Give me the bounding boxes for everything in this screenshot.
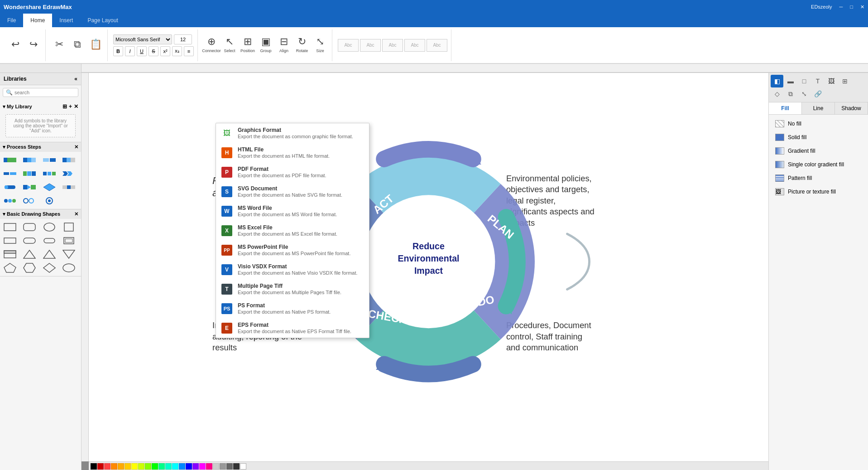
panel-text-icon[interactable]: T — [811, 75, 824, 87]
tab-line[interactable]: Line — [802, 102, 835, 114]
library-grid-icon[interactable]: ⊞ — [62, 103, 67, 110]
canvas-area[interactable]: Review, objective and targets Environmen… — [82, 73, 768, 470]
basic-shape-hexagon[interactable] — [21, 262, 38, 274]
subscript-button[interactable]: x₂ — [172, 46, 182, 56]
panel-image-icon[interactable]: 🖼 — [825, 75, 838, 87]
fill-option-solid[interactable]: Solid fill — [772, 132, 864, 143]
shape-item[interactable] — [21, 167, 38, 180]
shape-item[interactable] — [2, 154, 18, 166]
library-close-icon[interactable]: ✕ — [74, 103, 78, 110]
basic-shape-ellipse[interactable] — [61, 262, 77, 274]
export-word[interactable]: W MS Word File Export the document as MS… — [216, 201, 369, 221]
group-button[interactable]: ▣ Group — [258, 35, 274, 53]
window-maximize[interactable]: □ — [850, 4, 853, 10]
shape-item[interactable] — [2, 194, 18, 207]
shape-item[interactable] — [2, 167, 18, 180]
connector-button[interactable]: ⊕ Connector — [203, 35, 220, 53]
strikethrough-button[interactable]: S — [149, 46, 158, 56]
export-excel[interactable]: X MS Excel File Export the document as M… — [216, 221, 369, 240]
basic-shape-inset[interactable] — [61, 234, 77, 247]
panel-line-icon[interactable]: ▬ — [784, 75, 797, 87]
basic-shape-rect[interactable] — [2, 221, 18, 233]
panel-table-icon[interactable]: ⊞ — [839, 75, 851, 87]
basic-shape-thin-rounded[interactable] — [41, 234, 58, 247]
color-swatch[interactable] — [233, 463, 240, 470]
color-swatch[interactable] — [240, 463, 246, 470]
shape-item[interactable] — [61, 154, 77, 166]
color-swatch[interactable] — [145, 463, 151, 470]
basic-shape-rounded-rect[interactable] — [21, 221, 38, 233]
paste-button[interactable]: 📋 — [87, 35, 104, 53]
undo-button[interactable]: ↩ — [7, 35, 24, 53]
panel-fill-icon[interactable]: ◧ — [771, 75, 783, 87]
export-pdf[interactable]: P PDF Format Export the document as PDF … — [216, 162, 369, 182]
color-swatch[interactable] — [118, 463, 124, 470]
shape-item[interactable] — [41, 181, 58, 194]
process-steps-header[interactable]: ▾ Process Steps ✕ — [0, 142, 81, 152]
panel-shape-icon[interactable]: ◇ — [771, 87, 783, 100]
style-sample-1[interactable]: Abc — [338, 39, 359, 52]
color-swatch[interactable] — [192, 463, 199, 470]
tab-file[interactable]: File — [0, 14, 23, 27]
panel-shadow-icon[interactable]: □ — [798, 75, 810, 87]
color-swatch[interactable] — [104, 463, 110, 470]
basic-drawing-shapes-header[interactable]: ▾ Basic Drawing Shapes ✕ — [0, 209, 81, 219]
search-input[interactable] — [14, 90, 77, 95]
redo-button[interactable]: ↪ — [25, 35, 42, 53]
basic-shape-triangle3[interactable] — [61, 248, 77, 261]
shape-item[interactable] — [61, 167, 77, 180]
library-add-icon[interactable]: + — [69, 103, 72, 110]
color-swatch[interactable] — [138, 463, 144, 470]
superscript-button[interactable]: x² — [160, 46, 170, 56]
shape-item[interactable] — [41, 167, 58, 180]
export-html[interactable]: H HTML File Export the document as HTML … — [216, 143, 369, 162]
italic-button[interactable]: I — [125, 46, 135, 56]
color-swatch[interactable] — [165, 463, 172, 470]
color-swatch[interactable] — [172, 463, 178, 470]
style-sample-5[interactable]: Abc — [427, 39, 447, 52]
basic-shapes-close-icon[interactable]: ✕ — [74, 211, 78, 217]
basic-shape-triangle[interactable] — [21, 248, 38, 261]
export-tiff[interactable]: T Multiple Page Tiff Export the document… — [216, 279, 369, 299]
export-graphics[interactable]: 🖼 Graphics Format Export the document as… — [216, 123, 369, 143]
shape-item[interactable] — [61, 181, 77, 194]
shape-item[interactable] — [21, 154, 38, 166]
tab-insert[interactable]: Insert — [52, 14, 80, 27]
color-swatch[interactable] — [220, 463, 226, 470]
tab-shadow[interactable]: Shadow — [835, 102, 868, 114]
panel-hyperlink-icon[interactable]: 🔗 — [811, 87, 824, 100]
fill-option-gradient[interactable]: Gradient fill — [772, 145, 864, 156]
shape-item[interactable] — [41, 194, 58, 207]
my-library-header[interactable]: ▾ My Library ⊞ + ✕ — [3, 102, 78, 111]
style-sample-3[interactable]: Abc — [382, 39, 403, 52]
color-swatch[interactable] — [111, 463, 117, 470]
fill-option-picture[interactable]: 🖼 Picture or texture fill — [772, 186, 864, 197]
process-steps-close-icon[interactable]: ✕ — [74, 144, 78, 150]
underline-button[interactable]: U — [137, 46, 147, 56]
tab-home[interactable]: Home — [23, 14, 52, 27]
sidebar-collapse-icon[interactable]: « — [74, 76, 77, 82]
tab-page-layout[interactable]: Page Layout — [80, 14, 125, 27]
basic-shape-circle[interactable] — [41, 221, 58, 233]
list-button[interactable]: ≡ — [184, 46, 194, 56]
fill-option-pattern[interactable]: Pattern fill — [772, 173, 864, 184]
basic-shape-pentagon[interactable] — [2, 262, 18, 274]
font-size-input[interactable] — [174, 34, 192, 44]
fill-option-single-gradient[interactable]: Single color gradient fill — [772, 159, 864, 170]
shape-item[interactable] — [21, 181, 38, 194]
color-swatch[interactable] — [206, 463, 212, 470]
export-ps[interactable]: PS PS Format Export the document as Nati… — [216, 299, 369, 318]
style-sample-4[interactable]: Abc — [404, 39, 425, 52]
color-swatch[interactable] — [226, 463, 233, 470]
tab-fill[interactable]: Fill — [769, 102, 802, 114]
basic-shape-diamond[interactable] — [41, 262, 58, 274]
bold-button[interactable]: B — [113, 46, 123, 56]
export-powerpoint[interactable]: PP MS PowerPoint File Export the documen… — [216, 240, 369, 260]
color-swatch[interactable] — [186, 463, 192, 470]
basic-shape-rect2[interactable] — [2, 234, 18, 247]
color-swatch[interactable] — [125, 463, 131, 470]
color-swatch[interactable] — [152, 463, 158, 470]
cut-button[interactable]: ✂ — [51, 35, 67, 53]
window-close[interactable]: ✕ — [860, 4, 864, 10]
basic-shape-triangle2[interactable] — [41, 248, 58, 261]
